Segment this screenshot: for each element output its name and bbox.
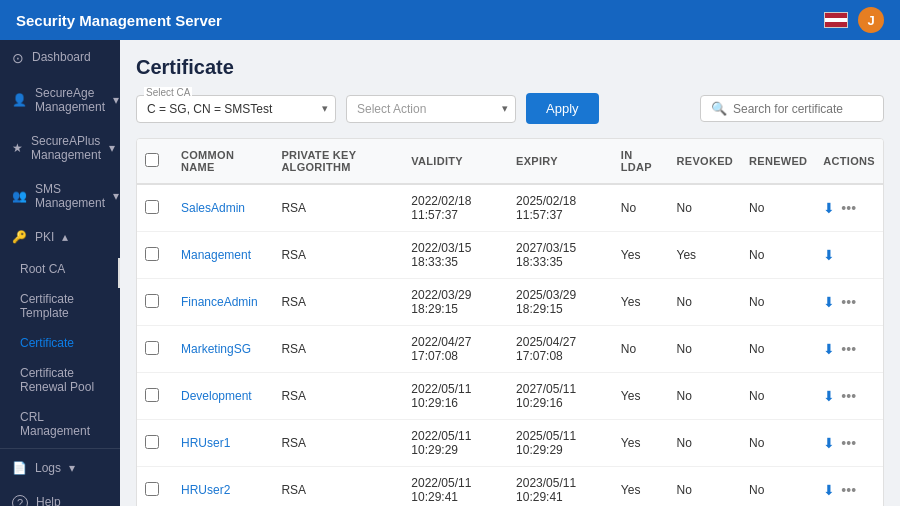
row-algorithm: RSA — [273, 420, 403, 467]
row-revoked: No — [669, 326, 742, 373]
row-actions: ⬇ ••• — [815, 467, 883, 507]
star-icon: ★ — [12, 141, 23, 155]
more-actions-icon[interactable]: ••• — [841, 294, 856, 310]
row-checkbox[interactable] — [145, 247, 159, 261]
sidebar-item-cert-renewal[interactable]: Certificate Renewal Pool — [0, 358, 120, 402]
row-in-ldap: No — [613, 326, 669, 373]
sidebar: ⊙ Dashboard 👤 SecureAge Management ▾ ★ S… — [0, 40, 120, 506]
chevron-down-icon: ▾ — [109, 141, 115, 155]
flag-icon — [824, 12, 848, 28]
row-checkbox-cell — [137, 326, 173, 373]
row-checkbox[interactable] — [145, 482, 159, 496]
search-icon: 🔍 — [711, 101, 727, 116]
common-name-link[interactable]: Management — [181, 248, 251, 262]
row-checkbox[interactable] — [145, 200, 159, 214]
sidebar-item-logs[interactable]: 📄 Logs ▾ — [0, 451, 120, 485]
sidebar-item-certificate[interactable]: Certificate — [0, 328, 120, 358]
row-expiry: 2027/03/15 18:33:35 — [508, 232, 613, 279]
row-revoked: No — [669, 420, 742, 467]
row-checkbox[interactable] — [145, 341, 159, 355]
row-checkbox-cell — [137, 373, 173, 420]
download-icon[interactable]: ⬇ — [823, 482, 835, 498]
avatar[interactable]: J — [858, 7, 884, 33]
download-icon[interactable]: ⬇ — [823, 247, 835, 263]
sidebar-item-pki[interactable]: 🔑 PKI ▴ — [0, 220, 120, 254]
logs-icon: 📄 — [12, 461, 27, 475]
col-actions: ACTIONS — [815, 139, 883, 184]
row-renewed: No — [741, 279, 815, 326]
apply-button[interactable]: Apply — [526, 93, 599, 124]
row-actions: ⬇ ••• — [815, 373, 883, 420]
download-icon[interactable]: ⬇ — [823, 341, 835, 357]
more-actions-icon[interactable]: ••• — [841, 482, 856, 498]
table-row: Management RSA 2022/03/15 18:33:35 2027/… — [137, 232, 883, 279]
row-actions: ⬇ ••• — [815, 420, 883, 467]
sidebar-item-dashboard[interactable]: ⊙ Dashboard — [0, 40, 120, 76]
row-validity: 2022/05/11 10:29:16 — [403, 373, 508, 420]
sidebar-sub-label: Root CA — [20, 262, 65, 276]
download-icon[interactable]: ⬇ — [823, 388, 835, 404]
select-all-header — [137, 139, 173, 184]
more-actions-icon[interactable]: ••• — [841, 388, 856, 404]
select-ca-dropdown[interactable]: C = SG, CN = SMSTest — [136, 95, 336, 123]
toolbar: Select CA C = SG, CN = SMSTest ▾ Select … — [136, 93, 884, 124]
download-icon[interactable]: ⬇ — [823, 200, 835, 216]
common-name-link[interactable]: HRUser1 — [181, 436, 230, 450]
row-in-ldap: Yes — [613, 420, 669, 467]
table-header-row: COMMON NAME PRIVATE KEY ALGORITHM VALIDI… — [137, 139, 883, 184]
app-title: Security Management Server — [16, 12, 222, 29]
row-checkbox[interactable] — [145, 294, 159, 308]
table-row: SalesAdmin RSA 2022/02/18 11:57:37 2025/… — [137, 184, 883, 232]
row-in-ldap: Yes — [613, 232, 669, 279]
common-name-link[interactable]: SalesAdmin — [181, 201, 245, 215]
select-all-checkbox[interactable] — [145, 153, 159, 167]
row-common-name: SalesAdmin — [173, 184, 273, 232]
page-title: Certificate — [136, 56, 884, 79]
select-action-dropdown[interactable]: Select Action — [346, 95, 516, 123]
row-renewed: No — [741, 326, 815, 373]
help-icon: ? — [12, 495, 28, 506]
download-icon[interactable]: ⬇ — [823, 435, 835, 451]
common-name-link[interactable]: MarketingSG — [181, 342, 251, 356]
main-content: Certificate Select CA C = SG, CN = SMSTe… — [120, 40, 900, 506]
sidebar-item-crl-mgmt[interactable]: CRL Management — [0, 402, 120, 446]
row-expiry: 2025/05/11 10:29:29 — [508, 420, 613, 467]
row-revoked: No — [669, 184, 742, 232]
select-ca-wrapper: Select CA C = SG, CN = SMSTest ▾ — [136, 95, 336, 123]
row-checkbox-cell — [137, 420, 173, 467]
row-actions: ⬇ ••• — [815, 326, 883, 373]
sidebar-item-root-ca[interactable]: Root CA — [0, 254, 120, 284]
more-actions-icon[interactable]: ••• — [841, 435, 856, 451]
sidebar-item-secureplus[interactable]: ★ SecureAPlus Management ▾ — [0, 124, 120, 172]
sidebar-toggle-button[interactable]: ‹ — [118, 258, 120, 288]
row-renewed: No — [741, 184, 815, 232]
search-input[interactable] — [733, 102, 873, 116]
search-box: 🔍 — [700, 95, 884, 122]
row-renewed: No — [741, 420, 815, 467]
row-revoked: No — [669, 373, 742, 420]
sidebar-item-sms[interactable]: 👥 SMS Management ▾ — [0, 172, 120, 220]
col-in-ldap: IN LDAP — [613, 139, 669, 184]
row-expiry: 2027/05/11 10:29:16 — [508, 373, 613, 420]
common-name-link[interactable]: Development — [181, 389, 252, 403]
row-checkbox-cell — [137, 232, 173, 279]
download-icon[interactable]: ⬇ — [823, 294, 835, 310]
key-icon: 🔑 — [12, 230, 27, 244]
row-validity: 2022/03/29 18:29:15 — [403, 279, 508, 326]
common-name-link[interactable]: FinanceAdmin — [181, 295, 258, 309]
sidebar-item-label: Dashboard — [32, 50, 108, 66]
row-revoked: No — [669, 279, 742, 326]
more-actions-icon[interactable]: ••• — [841, 200, 856, 216]
more-actions-icon[interactable]: ••• — [841, 341, 856, 357]
row-checkbox[interactable] — [145, 388, 159, 402]
sidebar-sub-label: Certificate Renewal Pool — [20, 366, 94, 394]
row-checkbox[interactable] — [145, 435, 159, 449]
sidebar-item-secureage[interactable]: 👤 SecureAge Management ▾ — [0, 76, 120, 124]
row-common-name: Development — [173, 373, 273, 420]
sidebar-item-help[interactable]: ? Help — [0, 485, 120, 506]
common-name-link[interactable]: HRUser2 — [181, 483, 230, 497]
certificate-table: COMMON NAME PRIVATE KEY ALGORITHM VALIDI… — [137, 139, 883, 506]
sidebar-item-cert-template[interactable]: Certificate Template — [0, 284, 120, 328]
row-renewed: No — [741, 467, 815, 507]
sidebar-item-label: SMS Management — [35, 182, 105, 210]
